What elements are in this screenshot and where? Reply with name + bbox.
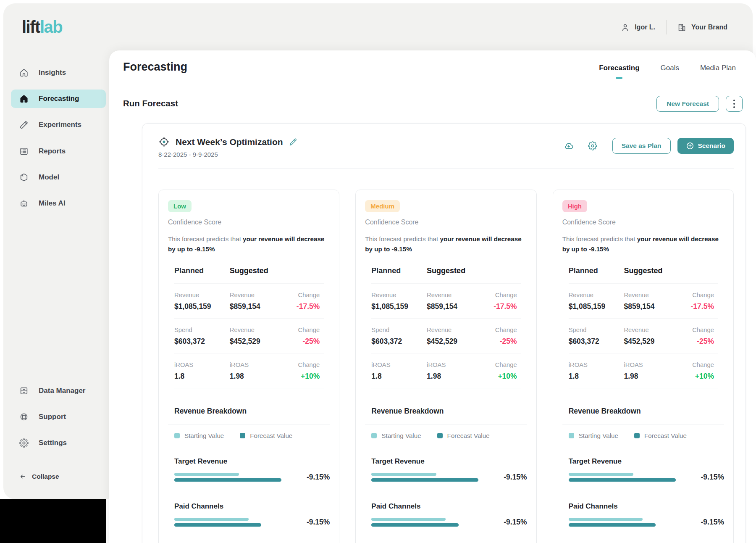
confidence-score-label: Confidence Score [168, 219, 330, 226]
divider [562, 424, 724, 424]
breakdown-change: -9.15% [299, 473, 330, 482]
sidebar-item-support[interactable]: Support [11, 408, 106, 426]
collapse-button[interactable]: Collapse [19, 473, 59, 480]
cloud-download-icon[interactable] [564, 141, 574, 151]
divider [666, 20, 667, 34]
cell-value: 1.8 [174, 372, 230, 381]
change-value: -17.5% [679, 302, 714, 311]
cell-label: Change [285, 292, 320, 298]
prediction-text: This forecast predicts that your revenue… [365, 234, 525, 254]
liftlab-logo: liftlab [22, 18, 62, 37]
divider [168, 424, 330, 424]
starting-value-bar [569, 518, 643, 521]
breakdown-legend: Starting Value Forecast Value [569, 432, 724, 447]
sidebar-item-insights[interactable]: Insights [11, 63, 106, 82]
cell-value: $452,529 [624, 337, 679, 346]
revenue-breakdown-title: Revenue Breakdown [569, 407, 724, 416]
breakdown-item: Paid Channels -9.15% [174, 492, 330, 537]
forecast-value-swatch [634, 433, 640, 438]
cell-value: $603,372 [371, 337, 427, 346]
cell-value: 1.8 [371, 372, 427, 381]
forecast-value-bar [569, 478, 676, 482]
main-panel: Forecasting Forecasting Goals Media Plan… [109, 50, 756, 543]
settings-gear-icon[interactable] [588, 141, 597, 150]
change-value: +10% [482, 372, 517, 381]
user-menu[interactable]: Igor L. [621, 23, 655, 32]
table-row: Spend$603,372 Revenue$452,529 Change-25% [174, 319, 324, 353]
person-icon [621, 23, 630, 32]
top-right-header: Igor L. Your Brand [621, 20, 727, 34]
tab-forecasting[interactable]: Forecasting [599, 64, 639, 72]
sidebar-item-model[interactable]: Model [11, 168, 106, 187]
screen-corner [0, 499, 106, 543]
breakdown-label: Target Revenue [569, 457, 724, 466]
breakdown-legend: Starting Value Forecast Value [174, 432, 330, 447]
sidebar-item-settings[interactable]: Settings [11, 434, 106, 452]
cell-label: Revenue [427, 327, 482, 333]
table-row: Spend$603,372 Revenue$452,529 Change-25% [371, 319, 521, 353]
sidebar-item-miles-ai[interactable]: Miles AI [11, 194, 106, 213]
life-ring-icon [19, 412, 29, 422]
arrow-left-icon [19, 473, 26, 480]
confidence-badge: High [562, 200, 587, 212]
table-row: iROAS1.8 iROAS1.98 Change+10% [371, 353, 521, 388]
edit-pencil-icon[interactable] [289, 138, 297, 146]
starting-value-bar [174, 518, 249, 521]
cell-label: Change [482, 327, 517, 333]
scenario-button[interactable]: Scenario [677, 138, 734, 154]
planned-header: Planned [569, 266, 624, 275]
sidebar-item-reports[interactable]: Reports [11, 142, 106, 161]
change-value: -25% [285, 337, 320, 346]
tab-media-plan[interactable]: Media Plan [700, 64, 736, 72]
sidebar-item-forecasting[interactable]: Forecasting [11, 90, 106, 108]
cell-label: Change [482, 361, 517, 368]
test-tube-icon [19, 120, 29, 129]
forecast-value-bar [371, 478, 478, 482]
cell-value: $452,529 [427, 337, 482, 346]
prediction-prefix: This forecast predicts that [365, 235, 440, 243]
building-icon [677, 23, 686, 32]
sidebar-item-experiments[interactable]: Experiments [11, 116, 106, 134]
model-cube-icon [19, 173, 29, 182]
cell-label: Change [285, 327, 320, 333]
cell-value: $859,154 [230, 302, 285, 311]
cell-value: 1.98 [427, 372, 482, 381]
page-title: Forecasting [123, 61, 187, 74]
tab-goals[interactable]: Goals [661, 64, 679, 72]
change-value: -17.5% [285, 302, 320, 311]
cell-value: $1,085,159 [371, 302, 427, 311]
plan-table: Planned Suggested Revenue$1,085,159 Reve… [569, 266, 718, 388]
new-forecast-button[interactable]: New Forecast [656, 96, 719, 112]
table-row: Revenue$1,085,159 Revenue$859,154 Change… [371, 284, 521, 319]
report-icon [19, 147, 29, 156]
starting-value-swatch [569, 433, 574, 438]
active-tab-indicator [616, 77, 622, 79]
legend-label: Forecast Value [250, 432, 292, 439]
plan-table: Planned Suggested Revenue$1,085,159 Reve… [174, 266, 324, 388]
confidence-cards: Low Confidence Score This forecast predi… [158, 190, 734, 543]
starting-value-bar [371, 518, 446, 521]
cell-label: Spend [569, 327, 624, 333]
more-options-button[interactable] [726, 96, 743, 112]
table-row: Revenue$1,085,159 Revenue$859,154 Change… [174, 284, 324, 319]
cell-value: $1,085,159 [569, 302, 624, 311]
forecast-value-swatch [437, 433, 443, 438]
forecast-title: Next Week’s Optimization [176, 137, 283, 147]
cell-label: iROAS [624, 361, 679, 368]
divider [158, 168, 734, 169]
cell-label: Revenue [230, 327, 285, 333]
breakdown-item: Target Revenue -9.15% [174, 447, 330, 492]
legend-label: Starting Value [184, 432, 224, 439]
save-as-plan-button[interactable]: Save as Plan [612, 138, 671, 154]
change-value: +10% [285, 372, 320, 381]
brand-menu[interactable]: Your Brand [677, 23, 727, 32]
plan-table-header: Planned Suggested [569, 266, 718, 275]
breakdown-change: -9.15% [694, 473, 724, 482]
breakdown-label: Paid Channels [569, 502, 724, 511]
cell-label: Revenue [230, 292, 285, 298]
plan-table-header: Planned Suggested [174, 266, 324, 275]
cell-value: $603,372 [174, 337, 230, 346]
sidebar-item-data-manager[interactable]: Data Manager [11, 382, 106, 400]
forecast-value-bar [174, 478, 281, 482]
cell-label: Spend [371, 327, 427, 333]
